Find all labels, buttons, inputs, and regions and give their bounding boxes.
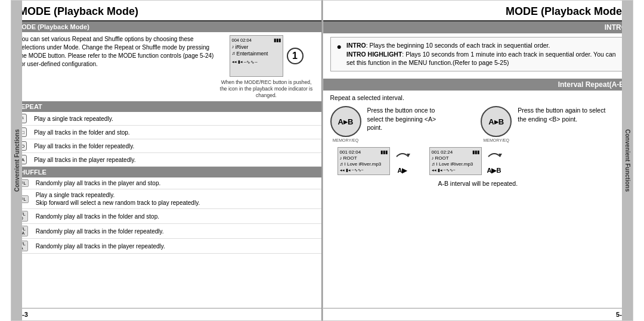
right-page: Convenient Functions MODE (Playback Mode… — [323, 0, 634, 321]
interval-intro: Repeat a selected interval. — [330, 94, 626, 101]
convenient-functions-label-right: Convenient Functions — [622, 1, 633, 320]
ab-desc-a: Press the button once to select the begi… — [367, 106, 475, 132]
table-row: SFL Play a single track repeatedly.Skip … — [11, 189, 321, 209]
device-a: 001 02:04 ▮▮▮ ♪ROOT ♬I Love iRiver.mp3 ◂… — [338, 147, 411, 175]
device1-line1: ROOT — [343, 155, 357, 161]
shuffle-row-3: Randomly play all tracks in the folder a… — [32, 209, 321, 224]
repeat-section-header: REPEAT — [11, 101, 321, 112]
table-row: SFLDA Randomly play all tracks in the fo… — [11, 224, 321, 239]
bottom-caption: A-B interval will be repeated. — [330, 180, 626, 187]
device1-line2: I Love iRiver.mp3 — [345, 161, 382, 167]
ab-desc-a-line3: point. — [367, 124, 383, 131]
table-row: SFL Randomly play all tracks in the play… — [11, 177, 321, 189]
intro-highlight-label: INTRO HIGHLIGHT — [346, 51, 402, 58]
intro-label: INTRO — [346, 42, 366, 49]
interval-row-a: A▸B MEMORY/EQ Press the button once to s… — [330, 106, 626, 142]
intro-bullet: ● — [337, 42, 342, 67]
interval-section: Repeat a selected interval. A▸B MEMORY/E… — [330, 91, 626, 191]
intro-section-header: INTRO — [323, 21, 633, 33]
repeat-arrow-icon-a — [394, 148, 411, 166]
ab-button-b-label: A▸B — [488, 117, 504, 126]
device-mini-b: 001 02:24 ▮▮▮ ♪ROOT ♬I Love iRiver.mp3 ◂… — [429, 147, 482, 175]
ab-button-a: A▸B — [330, 106, 361, 137]
interval-section-header: Interval Repeat(A-B) — [323, 79, 633, 91]
device-illustration: 004 02:04 ▮▮▮ ♪ iRiver ♬ Entertainment ◂… — [230, 35, 304, 77]
device2-top: 001 02:24 — [432, 149, 453, 155]
device2-line2: I Love iRiver.mp3 — [436, 161, 473, 167]
table-row: SFLA Randomly play all tracks in the pla… — [11, 239, 321, 254]
ab-button-b: A▸B — [481, 106, 512, 137]
device-line2: Entertainment — [237, 51, 268, 57]
device-b: 001 02:24 ▮▮▮ ♪ROOT ♬I Love iRiver.mp3 ◂… — [429, 147, 503, 175]
shuffle-row-5: Randomly play all tracks in the player r… — [32, 239, 321, 254]
table-row: ↺D Play all tracks in the folder repeate… — [11, 139, 321, 153]
shuffle-table: SFL Randomly play all tracks in the play… — [11, 177, 321, 254]
left-page-title: MODE (Playback Mode) — [11, 1, 321, 21]
right-page-title: MODE (Playback Mode) — [323, 1, 633, 21]
table-row: ↺¹ Play a single track repeatedly. — [11, 112, 321, 126]
mode-description: You can set various Repeat and Shuffle o… — [18, 35, 214, 68]
repeat-row-3: Play all tracks in the folder repeatedly… — [30, 139, 321, 153]
device2-indicator: A▶B — [487, 167, 501, 174]
ab-desc-b-line1: Press the button again to select — [518, 107, 605, 114]
device-line1: iRiver — [236, 44, 249, 51]
ab-button-a-memory: MEMORY/EQ — [333, 138, 358, 142]
device2-line1: ROOT — [435, 155, 449, 161]
mode-section-header: MODE (Playback Mode) — [11, 21, 321, 32]
ab-desc-b: Press the button again to select the end… — [518, 106, 626, 123]
repeat-row-1: Play a single track repeatedly. — [30, 112, 321, 126]
intro-box: ● INTRO: Plays the beginning 10 seconds … — [330, 37, 626, 71]
table-row: ↺A Play all tracks in the player repeate… — [11, 153, 321, 167]
device-box: 004 02:04 ▮▮▮ ♪ iRiver ♬ Entertainment ◂… — [230, 35, 283, 77]
device-caption: When the MODE/REC button is pushed, the … — [219, 79, 314, 99]
device1-indicator: A▶ — [398, 167, 407, 174]
device-top: 004 02:04 — [232, 38, 252, 43]
ab-button-b-memory: MEMORY/EQ — [484, 138, 509, 142]
intro-body: : Plays the beginning 10 seconds of each… — [366, 42, 550, 49]
ab-desc-a-line2: select the beginning <A> — [367, 116, 436, 123]
repeat-row-2: Play all tracks in the folder and stop. — [30, 126, 321, 139]
repeat-arrow-icon-b — [485, 148, 503, 166]
left-page-number: 5-3 — [11, 308, 321, 320]
device1-top: 001 02:04 — [340, 149, 361, 155]
mode-number-circle: 1 — [287, 48, 304, 64]
table-row: SFLD Randomly play all tracks in the fol… — [11, 209, 321, 224]
shuffle-row-2: Play a single track repeatedly.Skip forw… — [32, 189, 321, 209]
repeat-table: ↺¹ Play a single track repeatedly. ↺□ Pl… — [11, 112, 321, 167]
shuffle-section-header: SHUFFLE — [11, 167, 321, 177]
convenient-functions-label-left: Convenient Functions — [11, 1, 22, 320]
device-mini-a: 001 02:04 ▮▮▮ ♪ROOT ♬I Love iRiver.mp3 ◂… — [338, 147, 390, 175]
ab-button-a-label: A▸B — [338, 117, 354, 126]
ab-desc-b-line2: the ending <B> point. — [518, 116, 577, 123]
shuffle-row-1: Randomly play all tracks in the player a… — [32, 177, 321, 189]
right-page-number: 5-4 — [323, 308, 633, 320]
ab-desc-a-line1: Press the button once to — [367, 107, 435, 114]
bottom-devices: 001 02:04 ▮▮▮ ♪ROOT ♬I Love iRiver.mp3 ◂… — [338, 147, 619, 175]
repeat-row-4: Play all tracks in the player repeatedly… — [30, 153, 321, 167]
shuffle-row-4: Randomly play all tracks in the folder r… — [32, 224, 321, 239]
table-row: ↺□ Play all tracks in the folder and sto… — [11, 126, 321, 139]
left-page: Convenient Functions MODE (Playback Mode… — [11, 0, 323, 321]
intro-text: INTRO: Plays the beginning 10 seconds of… — [346, 41, 619, 67]
